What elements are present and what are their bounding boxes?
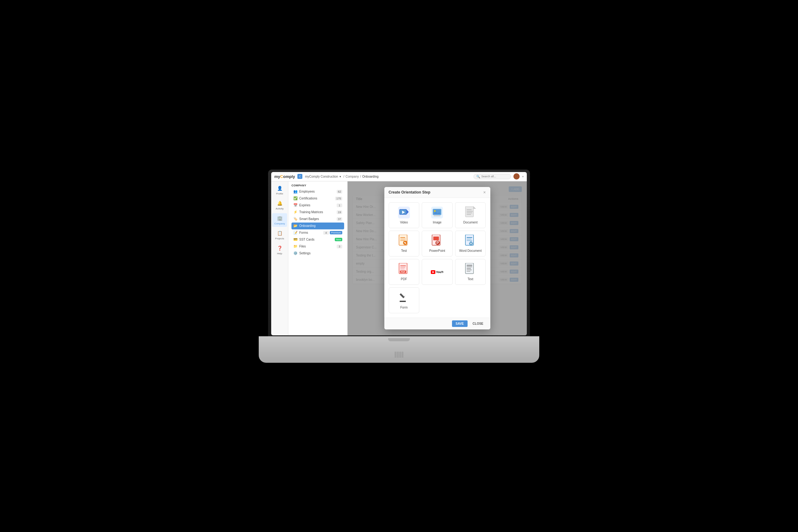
sidebar-item-training-matrices[interactable]: ⚡ Training Matrices 19 [291, 209, 344, 216]
svg-rect-54 [400, 301, 406, 301]
pdf-icon: PDF [398, 263, 410, 276]
sidebar-item-smart-badges[interactable]: 🏷️ Smart Badges 37 [291, 216, 344, 223]
modal-item-form[interactable]: Form [389, 287, 420, 313]
nav-icons: C [297, 174, 302, 179]
avatar-dropdown[interactable]: ▾ [522, 175, 524, 178]
modal-item-test[interactable]: ✎ Test [389, 231, 420, 256]
files-count: 3 [337, 245, 342, 248]
sidebar-certifications-label: Certifications [299, 197, 317, 200]
nav-item-profile[interactable]: 👤 Profile [272, 183, 287, 197]
svg-text:✎: ✎ [404, 242, 406, 245]
svg-rect-49 [467, 265, 472, 266]
company-selector[interactable]: myComply Construction ▾ [305, 175, 341, 178]
nav-item-projects[interactable]: 📋 Projects [272, 228, 287, 242]
svg-rect-15 [467, 211, 473, 212]
text-label: Text [468, 278, 473, 281]
breadcrumb-company: Company [345, 175, 359, 178]
sst-icon: 💳 [293, 238, 298, 242]
breadcrumb-sep2: / [360, 175, 361, 178]
form-icon [398, 291, 410, 304]
modal-item-text[interactable]: Text [455, 259, 486, 285]
sidebar-item-expiries[interactable]: 📅 Expiries 1 [291, 202, 344, 209]
sidebar-section-title: Company [291, 184, 344, 187]
word-label: Word Document [459, 249, 481, 252]
profile-icon: 👤 [277, 185, 283, 191]
sidebar-sst-label: SST Cards [299, 238, 315, 241]
activity-icon: 🔔 [277, 200, 283, 206]
svg-text:YouTube: YouTube [436, 270, 443, 274]
sidebar-item-files[interactable]: 📁 Files 3 [291, 243, 344, 250]
svg-rect-34 [467, 240, 472, 241]
company-name: myComply Construction [305, 175, 338, 178]
nav-item-help[interactable]: ❓ Help [272, 243, 287, 257]
training-count: 19 [337, 210, 342, 214]
nav-item-activity[interactable]: 🔔 Activity [272, 198, 287, 212]
badges-count: 37 [337, 217, 342, 221]
sidebar-item-certifications[interactable]: ✅ Certifications 175 [291, 195, 344, 202]
sidebar-employees-label: Employees [299, 190, 315, 193]
sidebar-item-settings[interactable]: ⚙️ Settings [291, 250, 344, 257]
employees-count: 62 [337, 190, 342, 193]
modal-item-word[interactable]: W Word Document [455, 231, 486, 256]
certifications-count: 175 [335, 197, 342, 201]
expiries-count: 1 [337, 204, 342, 207]
search-input[interactable] [481, 175, 509, 178]
sidebar-item-forms[interactable]: 📝 Forms 4 Premium [291, 229, 344, 236]
modal-item-youtube[interactable]: YouTube [422, 259, 453, 285]
sidebar: Company 👥 Employees 62 ✅ [288, 182, 347, 335]
modal-close-button[interactable]: CLOSE [470, 320, 486, 327]
modal-body: Video [384, 198, 490, 318]
sidebar-item-onboarding[interactable]: 📂 Onboarding [291, 223, 344, 229]
app-logo: myComply [274, 174, 295, 179]
powerpoint-label: PowerPoint [429, 249, 445, 252]
create-orientation-modal: Create Orientation Step × [384, 187, 490, 329]
svg-rect-53 [467, 271, 470, 272]
modal-item-pdf[interactable]: PDF PDF [389, 259, 420, 285]
forms-count: 4 [323, 231, 329, 235]
user-avatar[interactable] [513, 173, 520, 179]
image-label: Image [433, 221, 442, 224]
test-label: Test [401, 249, 407, 252]
powerpoint-icon: P [431, 235, 443, 247]
topbar: myComply C myComply Construction ▾ / Com… [271, 172, 527, 182]
image-icon [431, 206, 443, 219]
svg-rect-32 [467, 237, 472, 238]
nav-company-label: Company [274, 222, 285, 225]
search-bar[interactable]: 🔍 [474, 174, 511, 179]
svg-rect-50 [467, 266, 472, 267]
company-icon: C [297, 174, 302, 179]
nav-item-company[interactable]: 🏢 Company [272, 213, 287, 227]
svg-rect-16 [467, 212, 472, 213]
modal-item-powerpoint[interactable]: P PowerPoint [422, 231, 453, 256]
projects-icon: 📋 [277, 230, 283, 236]
modal-item-image[interactable]: Image [422, 202, 453, 228]
sidebar-onboarding-label: Onboarding [299, 224, 316, 228]
svg-rect-52 [467, 270, 472, 270]
sidebar-item-employees[interactable]: 👥 Employees 62 [291, 188, 344, 195]
svg-rect-10 [434, 215, 440, 216]
svg-rect-55 [400, 301, 406, 302]
video-icon [398, 206, 410, 219]
video-label: Video [400, 221, 408, 224]
modal-save-button[interactable]: SAVE [452, 320, 468, 327]
svg-rect-20 [400, 237, 405, 238]
svg-rect-27 [433, 236, 439, 240]
settings-icon: ⚙️ [293, 251, 298, 255]
modal-close-x[interactable]: × [483, 190, 486, 194]
search-icon: 🔍 [476, 175, 480, 178]
sidebar-files-label: Files [299, 245, 306, 248]
sidebar-expiries-label: Expiries [299, 204, 310, 207]
left-nav: 👤 Profile 🔔 Activity 🏢 Company 📋 [271, 182, 288, 335]
svg-point-8 [434, 210, 436, 212]
modal-item-video[interactable]: Video [389, 202, 420, 228]
nav-activity-label: Activity [276, 207, 283, 210]
sst-new-badge: New [335, 238, 342, 241]
modal-overlay: Create Orientation Step × [347, 182, 527, 335]
sidebar-item-sst-cards[interactable]: 💳 SST Cards New [291, 236, 344, 243]
company-nav-icon: 🏢 [277, 215, 283, 221]
sidebar-badges-label: Smart Badges [299, 217, 319, 221]
nav-profile-label: Profile [276, 192, 283, 195]
svg-rect-22 [400, 240, 405, 241]
modal-item-document[interactable]: Document [455, 202, 486, 228]
nav-help-label: Help [277, 252, 282, 255]
